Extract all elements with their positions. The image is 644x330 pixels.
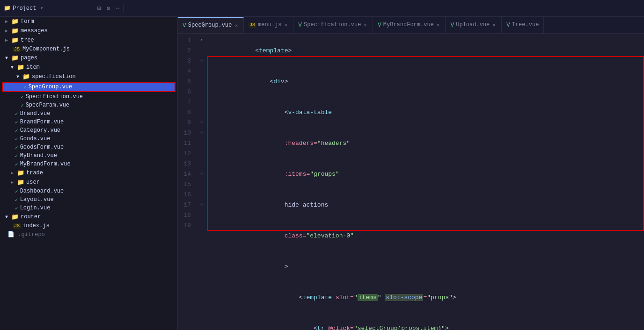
tab-tree[interactable]: V Tree.vue bbox=[502, 17, 544, 33]
tab-close-icon[interactable]: ✕ bbox=[284, 22, 289, 28]
sidebar-item-label: MyBrandForm.vue bbox=[20, 161, 71, 167]
code-wrapper: 1 2 3 4 5 6 7 8 9 10 11 12 13 14 15 16 1 bbox=[178, 36, 644, 330]
fold-icon-3[interactable]: ◁ bbox=[200, 57, 203, 63]
sidebar-item-specification[interactable]: ▼ 📁 specification bbox=[0, 72, 177, 81]
vue-tab-icon: V bbox=[506, 22, 510, 29]
sidebar-item-label: specification bbox=[32, 73, 76, 80]
fold-icon-14[interactable]: ◁ bbox=[200, 170, 203, 176]
title-bar: 📁 Project ▾ ⊟ ⚙ ↔ bbox=[0, 0, 644, 17]
code-line-8: > bbox=[204, 251, 635, 282]
sidebar-item-label: Dashboard.vue bbox=[20, 188, 64, 194]
tab-menu[interactable]: JS menu.js ✕ bbox=[244, 17, 293, 33]
sidebar-item-indexjs[interactable]: JS index.js bbox=[0, 222, 177, 230]
tab-close-icon[interactable]: ✕ bbox=[491, 22, 497, 28]
sidebar-item-label: Login.vue bbox=[20, 205, 51, 211]
code-line-10: <tr @click="selectGroup(props.item)"> bbox=[204, 313, 635, 330]
tab-label: Specification.vue bbox=[304, 22, 361, 28]
code-editor[interactable]: 1 2 3 4 5 6 7 8 9 10 11 12 13 14 15 16 1 bbox=[178, 34, 644, 330]
settings-icon[interactable]: ⚙ bbox=[105, 4, 112, 13]
project-label: 📁 Project ▾ bbox=[0, 5, 94, 12]
sidebar-item-user[interactable]: ▶ 📁 user bbox=[0, 178, 177, 187]
sidebar-item-pages[interactable]: ▼ 📁 pages bbox=[0, 53, 177, 63]
sidebar-item-label: MyComponent.js bbox=[22, 46, 70, 52]
sidebar-item-mybrand[interactable]: ✓ MyBrand.vue bbox=[0, 151, 177, 160]
sidebar-item-label: index.js bbox=[22, 222, 50, 229]
sidebar-item-brandform[interactable]: ✓ BrandForm.vue bbox=[0, 118, 177, 126]
tab-close-icon[interactable]: ✕ bbox=[234, 22, 239, 29]
sidebar-item-specparam[interactable]: ✓ SpecParam.vue bbox=[0, 101, 177, 109]
fold-icon-1[interactable]: ▾ bbox=[200, 36, 203, 43]
tab-specification[interactable]: V Specification.vue ✕ bbox=[293, 17, 373, 33]
pin-icon[interactable]: ⊟ bbox=[95, 4, 103, 13]
folder-icon: 📁 bbox=[11, 18, 19, 25]
vue-file-icon: ✓ bbox=[15, 111, 18, 117]
sidebar-item-goodsform[interactable]: ✓ GoodsForm.vue bbox=[0, 143, 177, 151]
sidebar-item-label: pages bbox=[21, 55, 37, 61]
fold-icon-9[interactable]: ◁ bbox=[200, 119, 203, 125]
tab-specgroup[interactable]: V SpecGroup.vue ✕ bbox=[178, 17, 244, 33]
tab-close-icon[interactable]: ✕ bbox=[363, 22, 368, 28]
folder-icon: 📁 bbox=[11, 27, 19, 35]
sidebar-item-login[interactable]: ✓ Login.vue bbox=[0, 204, 177, 212]
sidebar-item-tree[interactable]: ▶ 📁 tree bbox=[0, 36, 177, 45]
arrow-icon: ▶ bbox=[9, 170, 15, 176]
tab-label: Upload.vue bbox=[456, 22, 490, 28]
vue-file-icon: ✓ bbox=[21, 94, 24, 100]
tab-mybrandform[interactable]: V MyBrandForm.vue ✕ bbox=[373, 17, 446, 33]
sidebar-item-category[interactable]: ✓ Category.vue bbox=[0, 126, 177, 135]
sidebar-item-label: BrandForm.vue bbox=[20, 119, 64, 125]
sidebar-item-label: Goods.vue bbox=[20, 136, 51, 142]
vue-tab-icon: V bbox=[450, 22, 454, 29]
sidebar-item-form[interactable]: ▶ 📁 form bbox=[0, 17, 177, 26]
vue-file-icon: ✓ bbox=[15, 188, 18, 194]
sidebar-item-label: SpecGroup.vue bbox=[29, 84, 73, 90]
tab-label: SpecGroup.vue bbox=[188, 22, 232, 29]
code-line-5: :items="groups" bbox=[204, 159, 635, 190]
fold-icon-17[interactable]: ◁ bbox=[200, 201, 203, 207]
sidebar-item-router[interactable]: ▼ 📁 router bbox=[0, 212, 177, 222]
sidebar-item-brand[interactable]: ✓ Brand.vue bbox=[0, 109, 177, 118]
sidebar-item-specification-vue[interactable]: ✓ Specification.vue bbox=[0, 93, 177, 101]
project-dropdown-icon[interactable]: ▾ bbox=[40, 5, 43, 12]
sidebar-item-label: 📄 .gitrepo bbox=[7, 231, 45, 238]
sidebar-item-dashboard[interactable]: ✓ Dashboard.vue bbox=[0, 187, 177, 195]
editor-gutter: ▾ ◁ ◁ ◁ bbox=[197, 36, 204, 330]
sidebar-item-item[interactable]: ▼ 📁 item bbox=[0, 63, 177, 72]
vue-tab-icon: V bbox=[183, 22, 186, 29]
tab-close-icon[interactable]: ✕ bbox=[436, 22, 441, 28]
code-lines[interactable]: <template> <div> <v-data-table bbox=[204, 36, 644, 330]
arrow-icon: ▼ bbox=[4, 56, 9, 61]
sidebar-item-goods[interactable]: ✓ Goods.vue bbox=[0, 135, 177, 143]
vue-file-icon: ✓ bbox=[15, 153, 18, 159]
folder-icon: 📁 bbox=[11, 54, 19, 62]
arrow-icon: ▶ bbox=[4, 19, 9, 24]
vue-file-icon: ✓ bbox=[15, 205, 18, 211]
js-tab-icon: JS bbox=[249, 22, 256, 28]
fold-icon-10[interactable]: ◁ bbox=[200, 129, 203, 135]
vue-file-icon: ✓ bbox=[21, 102, 24, 108]
js-file-icon: JS bbox=[13, 223, 21, 229]
js-file-icon: JS bbox=[13, 47, 21, 52]
sidebar-item-label: form bbox=[21, 18, 34, 25]
sidebar-item-messages[interactable]: ▶ 📁 messages bbox=[0, 26, 177, 36]
tab-upload[interactable]: V Upload.vue ✕ bbox=[446, 17, 501, 33]
tab-label: MyBrandForm.vue bbox=[383, 22, 434, 28]
sidebar-item-mycomponent[interactable]: JS MyComponent.js bbox=[0, 45, 177, 53]
layout-icon[interactable]: ↔ bbox=[114, 4, 122, 13]
folder-icon: 📁 bbox=[11, 36, 19, 44]
sidebar-item-trade[interactable]: ▶ 📁 trade bbox=[0, 168, 177, 178]
arrow-icon: ▶ bbox=[4, 28, 9, 34]
vue-file-icon: ✓ bbox=[15, 161, 18, 167]
code-content-wrapper: <template> <div> <v-data-table bbox=[204, 36, 644, 330]
vue-tab-icon: V bbox=[378, 22, 381, 29]
tab-label: menu.js bbox=[258, 22, 281, 28]
arrow-icon: ▼ bbox=[9, 65, 15, 70]
code-line-6: hide-actions bbox=[204, 190, 635, 221]
sidebar-item-specgroup[interactable]: ✓ SpecGroup.vue bbox=[2, 82, 176, 92]
sidebar-item-layout[interactable]: ✓ Layout.vue bbox=[0, 195, 177, 204]
vue-tab-icon: V bbox=[298, 22, 302, 29]
sidebar-item-gitrepo[interactable]: 📄 .gitrepo bbox=[0, 230, 177, 239]
sidebar-item-label: router bbox=[21, 214, 41, 220]
sidebar-item-mybrandform[interactable]: ✓ MyBrandForm.vue bbox=[0, 160, 177, 168]
code-line-1: <template> bbox=[204, 36, 635, 66]
